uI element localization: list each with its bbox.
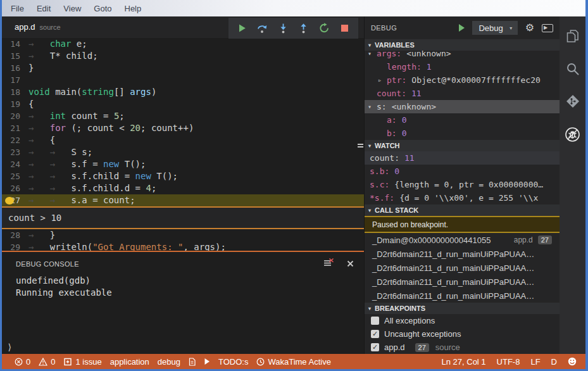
section-header-breakpoints[interactable]: ▾ BREAKPOINTS: [365, 303, 560, 314]
line-number: 28: [2, 229, 28, 241]
breakpoint-suffix: source: [435, 343, 460, 352]
menu-item-file[interactable]: File: [4, 4, 30, 13]
variable-row[interactable]: length:1: [365, 60, 560, 73]
code-line-17[interactable]: 17: [2, 74, 364, 86]
code-line-16[interactable]: 16}: [2, 62, 364, 74]
code-line-28[interactable]: 28→ }: [2, 229, 364, 241]
code-line-22[interactable]: 22→ {: [2, 134, 364, 146]
menu-item-view[interactable]: View: [57, 4, 87, 13]
variable-row[interactable]: ▹ptr:Object@*0x00007fffffffec20: [365, 73, 560, 87]
variable-row[interactable]: ▾args:<unknown>: [365, 51, 560, 60]
status-item-application[interactable]: application: [110, 357, 149, 367]
section-header-watch[interactable]: ▾ WATCH: [365, 140, 560, 151]
frame-name: _D2rt6dmain211_d_run_mainUiPPaPUAA…: [372, 291, 534, 301]
checkbox[interactable]: ✓: [371, 330, 379, 338]
code-line-29[interactable]: 29→ writeln("Got Arguments: ", args);: [2, 241, 364, 251]
frame-file: app.d: [509, 236, 533, 244]
debug-config-dropdown[interactable]: Debug ▼: [472, 21, 517, 35]
status-item-todo-s[interactable]: TODO:s: [218, 357, 248, 367]
variable-name: count:: [377, 87, 406, 100]
watch-row[interactable]: s.c:{length = 0, ptr = 0x00000000…: [365, 178, 560, 191]
call-stack-frame[interactable]: _D2rt6dmain211_d_run_mainUiPPaPUAA…: [365, 275, 560, 289]
tab-app-d[interactable]: app.d: [15, 22, 35, 32]
search-icon[interactable]: [565, 60, 580, 77]
line-number: 16: [2, 62, 28, 74]
step-over-button[interactable]: [256, 22, 270, 35]
watch-row[interactable]: s.b:0: [365, 165, 560, 178]
code-line-text: }: [28, 62, 34, 74]
code-line-23[interactable]: 23→ → S s;: [2, 146, 364, 158]
debug-icon[interactable]: [564, 126, 581, 142]
status-item-debug[interactable]: debug: [158, 357, 180, 367]
code-editor[interactable]: 14→ char e;15→ T* child;16}1718void main…: [2, 38, 364, 251]
variable-row[interactable]: a:0: [365, 113, 560, 127]
code-line-20[interactable]: 20→ int count = 5;: [2, 110, 364, 122]
explorer-icon[interactable]: [565, 27, 580, 44]
main-area: app.d source: [2, 16, 585, 354]
status-item-lf[interactable]: LF: [530, 357, 540, 367]
status-item-run-icon[interactable]: [204, 358, 210, 365]
code-line-26[interactable]: 26→ → s.f.child.d = 4;: [2, 182, 364, 194]
breakpoint-row[interactable]: All exceptions: [365, 314, 560, 327]
menu-item-edit[interactable]: Edit: [30, 4, 57, 13]
variable-name: ptr:: [387, 73, 406, 87]
variable-row[interactable]: count:11: [365, 87, 560, 100]
restart-icon: [319, 23, 330, 34]
status-item-ln-27-col-1[interactable]: Ln 27, Col 1: [441, 357, 485, 367]
breakpoint-icon[interactable]: [5, 197, 14, 205]
status-item-1-issue[interactable]: 1 issue: [63, 357, 101, 367]
open-console-icon[interactable]: ▶: [542, 24, 553, 32]
section-header-variables[interactable]: ▾ VARIABLES: [365, 39, 560, 51]
variable-row[interactable]: ▾s:<unknown>: [365, 100, 560, 113]
status-item-smiley-icon[interactable]: [568, 357, 577, 366]
call-stack-frame[interactable]: _D2rt6dmain211_d_run_mainUiPPaPUAA…: [365, 261, 560, 275]
line-number: 22: [2, 134, 28, 146]
checkbox[interactable]: ✓: [371, 343, 379, 351]
variable-row[interactable]: b:0: [365, 127, 560, 140]
code-line-27[interactable]: 27→ → s.a = count;: [2, 194, 364, 206]
frame-name: _D2rt6dmain211_d_run_mainUiPPaPUAA…: [372, 249, 534, 259]
step-into-button[interactable]: [276, 22, 290, 35]
continue-button[interactable]: [235, 22, 249, 35]
clear-console-button[interactable]: [323, 258, 334, 270]
breakpoint-row[interactable]: ✓app.d27source: [365, 341, 560, 354]
watch-row[interactable]: count:11: [365, 151, 560, 165]
code-line-21[interactable]: 21→ for (; count < 20; count++): [2, 122, 364, 134]
section-header-call-stack[interactable]: ▾ CALL STACK: [365, 204, 560, 216]
source-control-icon[interactable]: [565, 93, 580, 110]
restart-button[interactable]: [317, 22, 331, 35]
menu-item-goto[interactable]: Goto: [87, 4, 118, 13]
debug-panel-header: DEBUG Debug ▼ ⚙ ▶: [365, 16, 560, 39]
checkbox[interactable]: [371, 317, 379, 325]
status-item-utf-8[interactable]: UTF-8: [497, 357, 520, 367]
start-debug-button[interactable]: [459, 24, 465, 32]
code-line-19[interactable]: 19{: [2, 98, 364, 110]
code-line-15[interactable]: 15→ T* child;: [2, 50, 364, 62]
code-line-18[interactable]: 18void main(string[] args): [2, 86, 364, 98]
code-line-25[interactable]: 25→ → s.f.child = new T();: [2, 170, 364, 182]
expander-icon[interactable]: ▹: [378, 73, 387, 87]
breakpoint-condition-editor[interactable]: count > 10: [2, 206, 364, 229]
breakpoint-row[interactable]: ✓Uncaught exceptions: [365, 327, 560, 341]
code-line-text: → for (; count < 20; count++): [28, 122, 194, 134]
status-item-wakatime-active[interactable]: WakaTime Active: [256, 357, 330, 367]
step-out-button[interactable]: [297, 22, 311, 35]
status-item-0[interactable]: 0: [15, 357, 30, 367]
gear-icon[interactable]: ⚙: [525, 23, 534, 33]
call-stack-frame[interactable]: _D2rt6dmain211_d_run_mainUiPPaPUAA…: [365, 289, 560, 303]
close-panel-button[interactable]: [347, 258, 354, 270]
call-stack-frame[interactable]: _Dmain@0x0000000000441055app.d27: [365, 233, 560, 247]
menu-item-help[interactable]: Help: [118, 4, 148, 13]
watch-row[interactable]: *s.f:{d = 0 '\\x00', e = 255 '\\x: [365, 191, 560, 204]
code-line-14[interactable]: 14→ char e;: [2, 38, 364, 50]
stop-button[interactable]: [338, 22, 352, 35]
expander-icon[interactable]: ▾: [368, 100, 377, 113]
status-item-d[interactable]: D: [551, 357, 557, 367]
console-input-prompt[interactable]: ⟩: [7, 342, 12, 352]
code-line-24[interactable]: 24→ → s.f = new T();: [2, 158, 364, 170]
status-item-0[interactable]: 0: [39, 357, 55, 367]
expander-icon[interactable]: ▾: [368, 51, 377, 60]
call-stack-frame[interactable]: _D2rt6dmain211_d_run_mainUiPPaPUAA…: [365, 247, 560, 261]
code-line-text: → → s.a = count;: [28, 194, 135, 206]
status-item-report-icon[interactable]: [189, 358, 196, 366]
